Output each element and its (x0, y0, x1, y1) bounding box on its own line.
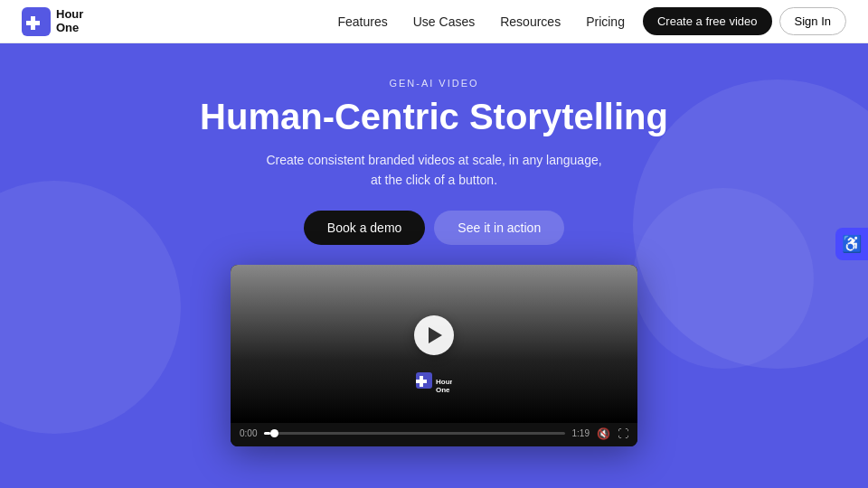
deco-circle-2 (633, 188, 814, 369)
hero-buttons: Book a demo See it in action (304, 211, 564, 245)
nav-links: Features Use Cases Resources Pricing (338, 14, 625, 29)
play-button[interactable] (414, 315, 454, 355)
deco-circle-1 (633, 80, 868, 369)
nav-item-features[interactable]: Features (338, 14, 388, 29)
book-demo-button[interactable]: Book a demo (304, 211, 426, 245)
video-content: Hour One (231, 265, 637, 423)
video-time-total: 1:19 (572, 428, 590, 438)
hero-tag: GEN-AI VIDEO (389, 78, 478, 89)
video-progress-bar[interactable] (264, 432, 564, 435)
logo-icon (22, 7, 51, 36)
hero-section: GEN-AI VIDEO Human-Centric Storytelling … (0, 43, 868, 488)
hero-subtitle: Create consistent branded videos at scal… (266, 150, 601, 191)
video-ctrl-icons: 🔇 ⛶ (597, 427, 628, 440)
hero-title: Human-Centric Storytelling (200, 96, 668, 137)
volume-icon[interactable]: 🔇 (597, 427, 610, 440)
nav-item-pricing[interactable]: Pricing (586, 14, 625, 29)
video-progress-fill (264, 432, 270, 435)
nav-item-resources[interactable]: Resources (500, 14, 561, 29)
svg-text:Hour: Hour (436, 378, 452, 386)
navbar: Hour One Features Use Cases Resources Pr… (0, 0, 868, 43)
play-icon (429, 327, 442, 343)
accessibility-button[interactable]: ♿ (835, 228, 868, 260)
accessibility-icon: ♿ (842, 234, 862, 254)
see-in-action-button[interactable]: See it in action (434, 211, 564, 245)
video-time-current: 0:00 (240, 428, 257, 438)
video-player: Hour One 0:00 1:19 🔇 ⛶ (231, 265, 637, 446)
video-logo-overlay: Hour One (416, 372, 452, 401)
logo[interactable]: Hour One (22, 7, 83, 36)
fullscreen-icon[interactable]: ⛶ (618, 427, 628, 440)
video-progress-dot (270, 429, 278, 437)
deco-circle-3 (0, 181, 181, 434)
create-free-video-button[interactable]: Create a free video (643, 7, 772, 35)
nav-item-use-cases[interactable]: Use Cases (413, 14, 475, 29)
logo-wordmark: Hour One (56, 8, 83, 34)
sign-in-button[interactable]: Sign In (779, 7, 846, 35)
video-controls: 0:00 1:19 🔇 ⛶ (231, 423, 637, 446)
svg-text:One: One (436, 386, 450, 394)
